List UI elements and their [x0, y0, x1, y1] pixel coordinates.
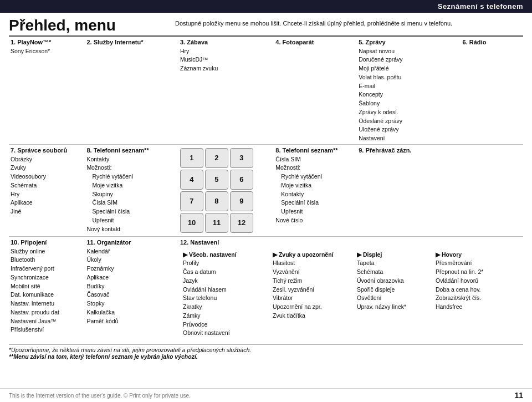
key-11: 11 — [205, 213, 228, 233]
page-footer: This is the Internet version of the user… — [0, 388, 532, 402]
key-6: 6 — [230, 170, 253, 190]
header-title: Seznámení s telefonem — [438, 2, 523, 11]
s12-sub1: ▶ Všeob. nastavení Profily Čas a datum J… — [181, 250, 270, 339]
menu-overview-table: 1. PlayNow™* Sony Ericsson* 2. Služby In… — [9, 35, 523, 341]
s12-sub3: ▶ Displej Tapeta Schémata Úvodní obrazov… — [355, 250, 433, 339]
section-9: 9. Přehrávač zázn. — [357, 144, 523, 236]
footnote-2: **Menu závisí na tom, který telefonní se… — [9, 353, 523, 360]
key-12: 12 — [230, 213, 253, 233]
section-12-sub: ▶ Všeob. nastavení Profily Čas a datum J… — [180, 248, 521, 340]
page-number: 11 — [514, 391, 523, 400]
section-3: 3. Zábava Hry MusicDJ™ Záznam zvuku — [178, 36, 274, 145]
section-1: 1. PlayNow™* Sony Ericsson* — [9, 36, 85, 145]
key-10: 10 — [180, 213, 203, 233]
menu-row-2: 7. Správce souborů Obrázky Zvuky Videoso… — [9, 144, 523, 236]
key-5: 5 — [205, 170, 228, 190]
section-10: 10. Připojení Služby online Bluetooth In… — [9, 236, 85, 341]
key-9: 9 — [230, 191, 253, 211]
key-2: 2 — [205, 148, 228, 168]
section-2: 2. Služby Internetu* — [85, 36, 178, 145]
page-header: Seznámení s telefonem — [0, 0, 532, 13]
section-8b: 8. Telefonní seznam** Čísla SIM Možnosti… — [274, 144, 357, 236]
section-4: 4. Fotoaparát — [274, 36, 357, 145]
keypad-grid: 1 2 3 4 5 6 7 8 9 10 11 12 — [180, 148, 253, 233]
key-1: 1 — [180, 148, 203, 168]
section-11: 11. Organizátor Kalendář Úkoly Poznámky … — [85, 236, 178, 341]
footer-copyright: This is the Internet version of the user… — [9, 393, 191, 399]
menu-row-3: 10. Připojení Služby online Bluetooth In… — [9, 236, 523, 341]
footnote-1: *Upozorňujeme, že některá menu závisí na… — [9, 347, 523, 353]
s12-sub2: ▶ Zvuky a upozornění Hlasitost Vyzvánění… — [271, 250, 354, 339]
section-6: 6. Rádio — [461, 36, 523, 145]
page-title: Přehled, menu — [9, 17, 131, 34]
keypad-area: 1 2 3 4 5 6 7 8 9 10 11 12 — [178, 144, 274, 236]
section-12: 12. Nastavení ▶ Všeob. nastavení Profily… — [178, 236, 523, 341]
key-8: 8 — [205, 191, 228, 211]
s12-sub4: ▶ Hovory Přesměrování Přepnout na lin. 2… — [434, 250, 520, 339]
menu-row-1: 1. PlayNow™* Sony Ericsson* 2. Služby In… — [9, 36, 523, 145]
key-7: 7 — [180, 191, 203, 211]
section-8a: 8. Telefonní seznam** Kontakty Možnosti:… — [85, 144, 178, 236]
section-5: 5. Zprávy Napsat novou Doručené zprávy M… — [357, 36, 461, 145]
section-7: 7. Správce souborů Obrázky Zvuky Videoso… — [9, 144, 85, 236]
intro-paragraph: Dostupné položky menu se mohou lišit. Ch… — [175, 17, 452, 28]
footnotes: *Upozorňujeme, že některá menu závisí na… — [9, 344, 523, 360]
key-3: 3 — [230, 148, 253, 168]
key-4: 4 — [180, 170, 203, 190]
